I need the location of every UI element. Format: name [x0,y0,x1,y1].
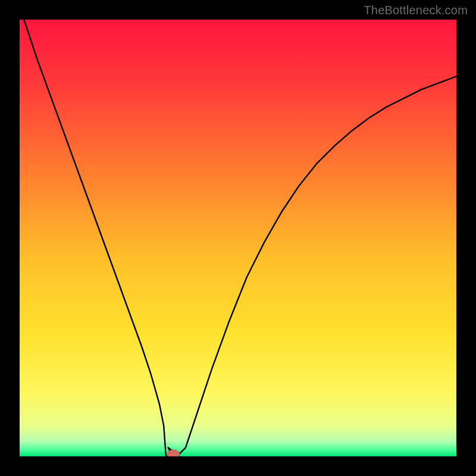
chart-svg [20,20,456,456]
gradient-background [20,20,456,456]
watermark-text: TheBottleneck.com [364,4,468,17]
minimum-marker [167,450,180,456]
plot-area [20,20,456,456]
chart-frame: TheBottleneck.com [0,0,476,476]
